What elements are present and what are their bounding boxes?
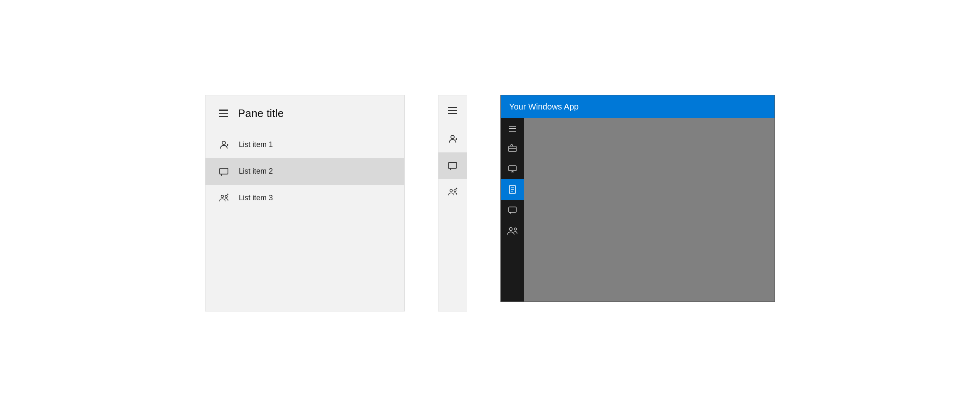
svg-point-26 xyxy=(510,227,512,230)
collapsed-nav-header xyxy=(448,95,457,126)
app-sidebar-page[interactable] xyxy=(501,179,524,200)
app-hamburger-icon xyxy=(509,126,516,132)
nav-item-2[interactable]: List item 2 xyxy=(205,158,404,185)
app-body xyxy=(501,118,775,301)
nav-header: Pane title xyxy=(205,95,404,132)
nav-item-3[interactable]: List item 3 xyxy=(205,185,404,212)
svg-rect-3 xyxy=(220,168,228,174)
app-sidebar-briefcase[interactable] xyxy=(501,137,524,158)
svg-point-12 xyxy=(450,189,453,192)
collapsed-chat-icon xyxy=(448,161,458,171)
nav-item-1[interactable]: List item 1 xyxy=(205,132,404,158)
expanded-nav-panel: Pane title List item 1 Lis xyxy=(205,95,405,311)
svg-rect-11 xyxy=(448,162,457,168)
svg-point-8 xyxy=(451,135,454,139)
pane-title: Pane title xyxy=(238,107,284,120)
nav-item-1-label: List item 1 xyxy=(239,140,273,149)
app-sidebar-hamburger[interactable] xyxy=(501,120,524,137)
svg-rect-25 xyxy=(509,207,516,212)
hamburger-button[interactable] xyxy=(219,110,228,117)
svg-point-0 xyxy=(222,141,225,144)
app-content xyxy=(524,118,775,301)
svg-point-13 xyxy=(454,189,456,192)
app-sidebar-media[interactable] xyxy=(501,158,524,179)
nav-item-3-label: List item 3 xyxy=(239,194,273,202)
collapsed-nav-panel xyxy=(438,95,467,311)
person-icon xyxy=(219,140,229,150)
chat-icon xyxy=(219,167,229,177)
collapsed-item-3[interactable] xyxy=(438,179,467,206)
svg-rect-18 xyxy=(509,166,516,171)
app-sidebar-chat[interactable] xyxy=(501,200,524,221)
svg-point-5 xyxy=(225,195,227,197)
nav-item-2-label: List item 2 xyxy=(239,167,273,176)
app-title-bar: Your Windows App xyxy=(501,95,775,118)
collapsed-people-icon xyxy=(448,187,458,197)
app-title: Your Windows App xyxy=(509,102,579,111)
collapsed-hamburger-button[interactable] xyxy=(448,107,457,115)
svg-point-4 xyxy=(221,195,224,197)
app-sidebar-people[interactable] xyxy=(501,221,524,242)
windows-app: Your Windows App xyxy=(500,95,775,302)
app-sidebar xyxy=(501,118,524,301)
demos-container: Pane title List item 1 Lis xyxy=(205,95,775,311)
collapsed-item-2[interactable] xyxy=(438,152,467,179)
svg-point-27 xyxy=(514,228,517,230)
collapsed-item-1[interactable] xyxy=(438,126,467,152)
people-icon xyxy=(219,193,229,203)
collapsed-person-icon xyxy=(448,134,458,144)
